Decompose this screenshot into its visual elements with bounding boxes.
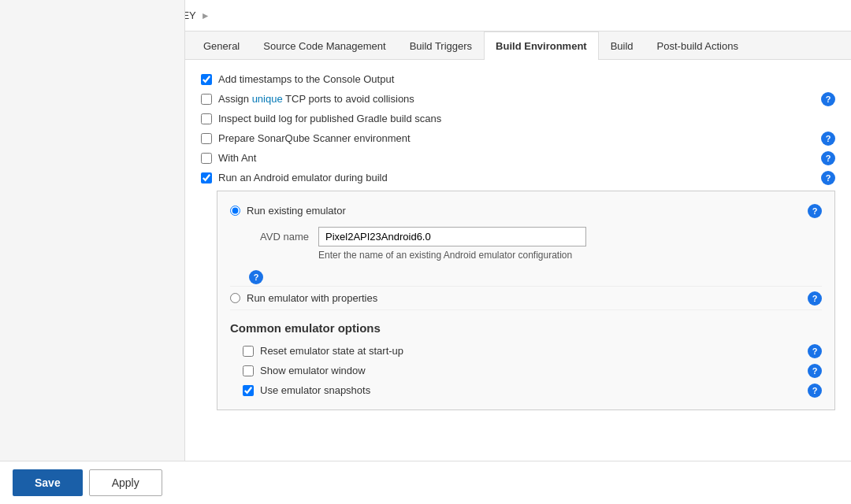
breadcrumb-arrow: ► [201,10,210,21]
run-existing-radio[interactable] [230,206,240,216]
avd-hint-text: Enter the name of an existing Android em… [303,250,822,261]
with-ant-checkbox[interactable] [201,153,212,164]
run-with-properties-radio[interactable] [230,293,240,303]
sonarqube-label: Prepare SonarQube Scanner environment [218,132,411,144]
tab-build-environment[interactable]: Build Environment [484,32,599,60]
reset-state-help-icon[interactable]: ? [808,344,822,358]
sonarqube-help-icon[interactable]: ? [821,132,835,146]
tcp-ports-checkbox[interactable] [201,94,212,105]
footer: Save Apply [0,461,851,504]
option-android-emulator: Run an Android emulator during build ? [201,168,835,187]
with-ant-label: With Ant [218,152,256,164]
use-snapshots-label: Use emulator snapshots [260,384,370,396]
tab-general[interactable]: General [191,32,251,60]
run-existing-row: Run existing emulator ? [230,201,822,220]
emulator-sub-panel: Run existing emulator ? AVD name Enter t… [217,191,835,410]
main-content: General Source Code Management Build Tri… [185,32,851,504]
tab-post-build[interactable]: Post-build Actions [645,32,750,60]
tab-content: Add timestamps to the Console Output Ass… [185,60,851,470]
use-snapshots-checkbox[interactable] [243,385,254,396]
save-button[interactable]: Save [13,469,83,496]
option-sonarqube: Prepare SonarQube Scanner environment ? [201,128,835,148]
run-with-properties-help-icon[interactable]: ? [808,291,822,306]
android-emulator-checkbox[interactable] [201,172,212,183]
with-ant-help-icon[interactable]: ? [821,151,835,165]
show-window-label: Show emulator window [260,365,366,376]
tab-bar: General Source Code Management Build Tri… [185,32,851,60]
run-existing-label: Run existing emulator [247,205,346,217]
option-with-ant: With Ant ? [201,148,835,168]
tab-build-triggers[interactable]: Build Triggers [398,32,484,60]
use-snapshots-help-icon[interactable]: ? [808,384,822,398]
avd-extra-help-icon[interactable]: ? [249,270,263,284]
option-use-snapshots: Use emulator snapshots ? [230,380,822,400]
option-tcp-ports: Assign unique TCP ports to avoid collisi… [201,89,835,109]
timestamps-label: Add timestamps to the Console Output [218,73,394,85]
tab-build[interactable]: Build [599,32,645,60]
sonarqube-checkbox[interactable] [201,133,212,144]
avd-name-input[interactable] [318,227,586,246]
reset-state-label: Reset emulator state at start-up [260,345,403,357]
apply-button[interactable]: Apply [89,469,162,496]
sidebar [0,0,185,504]
tcp-ports-help-icon[interactable]: ? [821,92,835,106]
show-window-help-icon[interactable]: ? [808,364,822,378]
tcp-ports-label: Assign unique TCP ports to avoid collisi… [218,93,414,105]
gradle-scans-checkbox[interactable] [201,113,212,124]
android-emulator-help-icon[interactable]: ? [821,171,835,185]
run-with-properties-label: Run emulator with properties [247,292,377,304]
run-existing-help-icon[interactable]: ? [808,204,822,218]
tab-source-code[interactable]: Source Code Management [251,32,397,60]
timestamps-checkbox[interactable] [201,74,212,85]
avd-name-label: AVD name [246,231,309,243]
avd-name-row: AVD name [230,227,822,246]
option-reset-state: Reset emulator state at start-up ? [230,341,822,361]
option-show-window: Show emulator window ? [230,361,822,380]
common-options-title: Common emulator options [230,321,822,335]
option-gradle-scans: Inspect build log for published Gradle b… [201,109,835,128]
show-window-checkbox[interactable] [243,365,254,376]
run-with-properties-row: Run emulator with properties ? [230,288,822,308]
reset-state-checkbox[interactable] [243,346,254,357]
unique-link[interactable]: unique [252,93,283,105]
option-timestamps: Add timestamps to the Console Output [201,69,835,89]
android-emulator-label: Run an Android emulator during build [218,172,388,183]
gradle-scans-label: Inspect build log for published Gradle b… [218,113,441,124]
